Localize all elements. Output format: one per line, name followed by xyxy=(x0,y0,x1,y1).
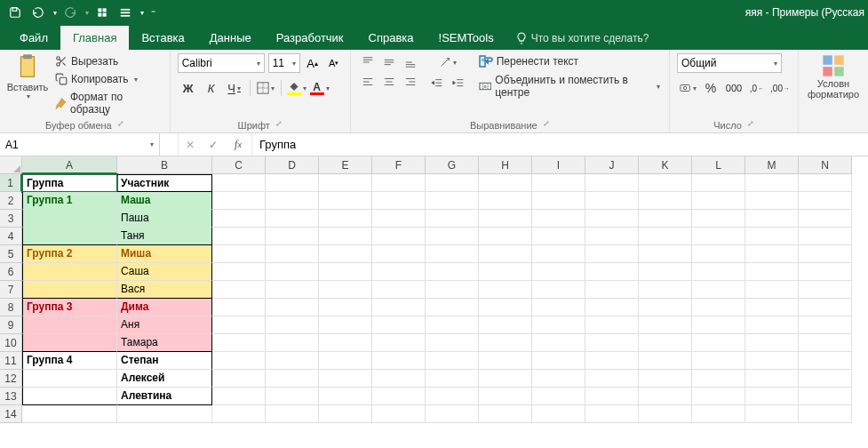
percent-button[interactable]: % xyxy=(700,78,721,98)
cell[interactable] xyxy=(372,388,426,405)
cell[interactable]: Таня xyxy=(117,228,212,245)
cell[interactable]: Вася xyxy=(117,281,212,299)
cell[interactable] xyxy=(426,245,479,263)
cell[interactable] xyxy=(22,263,117,281)
cell[interactable] xyxy=(585,281,639,299)
comma-button[interactable]: 000 xyxy=(723,78,745,98)
cell[interactable] xyxy=(639,405,692,423)
cell[interactable] xyxy=(212,388,266,405)
cell[interactable] xyxy=(745,228,799,245)
qat-customize-icon[interactable]: ⁼ xyxy=(151,8,155,18)
cell[interactable] xyxy=(585,174,639,192)
cell[interactable] xyxy=(799,281,852,299)
row-header[interactable]: 7 xyxy=(0,281,22,299)
cell[interactable] xyxy=(212,228,266,245)
row-header[interactable]: 9 xyxy=(0,316,22,334)
column-header[interactable]: H xyxy=(479,156,532,174)
align-center-icon[interactable] xyxy=(379,73,399,91)
cell[interactable] xyxy=(372,405,426,423)
cell[interactable] xyxy=(479,405,532,423)
cell[interactable] xyxy=(692,299,745,316)
column-header[interactable]: L xyxy=(692,156,745,174)
cell[interactable] xyxy=(426,299,479,316)
tab-semtools[interactable]: !SEMTools xyxy=(426,26,506,50)
cell[interactable] xyxy=(745,388,799,405)
cell[interactable]: Степан xyxy=(117,352,212,370)
cell[interactable] xyxy=(585,370,639,388)
cell[interactable] xyxy=(426,334,479,352)
cell[interactable] xyxy=(585,263,639,281)
column-header[interactable]: I xyxy=(532,156,585,174)
column-header[interactable]: D xyxy=(266,156,319,174)
cell[interactable] xyxy=(212,352,266,370)
cell[interactable] xyxy=(532,334,585,352)
cell[interactable] xyxy=(479,388,532,405)
cell[interactable] xyxy=(639,334,692,352)
cell[interactable] xyxy=(212,299,266,316)
cell[interactable] xyxy=(585,228,639,245)
cell[interactable] xyxy=(692,210,745,228)
cell[interactable] xyxy=(745,174,799,192)
tab-data[interactable]: Данные xyxy=(197,26,264,50)
cell[interactable] xyxy=(22,370,117,388)
column-header[interactable]: F xyxy=(372,156,426,174)
cell[interactable] xyxy=(799,263,852,281)
dialog-launcher-icon[interactable]: ⤢ xyxy=(117,119,124,128)
number-format-combo[interactable]: Общий▾ xyxy=(677,53,782,73)
row-header[interactable]: 3 xyxy=(0,210,22,228)
cell[interactable] xyxy=(372,192,426,210)
cell[interactable] xyxy=(479,370,532,388)
cell[interactable] xyxy=(692,281,745,299)
cell[interactable] xyxy=(319,388,372,405)
cell[interactable] xyxy=(372,334,426,352)
cell[interactable] xyxy=(426,263,479,281)
cell[interactable] xyxy=(639,210,692,228)
cell[interactable] xyxy=(22,281,117,299)
cell[interactable] xyxy=(426,228,479,245)
copy-button[interactable]: Копировать▾ xyxy=(52,71,163,87)
font-name-combo[interactable]: Calibri▾ xyxy=(178,53,265,73)
cell[interactable] xyxy=(799,388,852,405)
cell[interactable] xyxy=(266,370,319,388)
cell[interactable]: Маша xyxy=(117,192,212,210)
align-left-icon[interactable] xyxy=(358,73,378,91)
cell[interactable] xyxy=(479,192,532,210)
underline-button[interactable]: Ч▾ xyxy=(224,78,245,98)
cell[interactable] xyxy=(479,352,532,370)
cell[interactable] xyxy=(319,299,372,316)
decrease-indent-icon[interactable] xyxy=(427,75,447,92)
cell[interactable]: Дима xyxy=(117,299,212,316)
chevron-down-icon[interactable]: ▾ xyxy=(85,9,89,17)
cell[interactable]: Алевтина xyxy=(117,388,212,405)
cell[interactable] xyxy=(266,192,319,210)
cell[interactable] xyxy=(639,228,692,245)
cell[interactable] xyxy=(372,210,426,228)
tab-developer[interactable]: Разработчик xyxy=(264,26,356,50)
cell[interactable] xyxy=(22,334,117,352)
cell[interactable] xyxy=(799,316,852,334)
cell[interactable] xyxy=(692,228,745,245)
cell[interactable] xyxy=(479,334,532,352)
cell[interactable] xyxy=(532,263,585,281)
cell[interactable] xyxy=(692,316,745,334)
cell[interactable] xyxy=(639,370,692,388)
cell[interactable] xyxy=(532,352,585,370)
cell[interactable] xyxy=(372,174,426,192)
wrap-text-button[interactable]: abПеренести текст xyxy=(477,53,662,69)
cell[interactable] xyxy=(532,370,585,388)
column-header[interactable]: B xyxy=(117,156,212,174)
cell[interactable] xyxy=(479,228,532,245)
cell[interactable] xyxy=(319,316,372,334)
cell[interactable] xyxy=(639,388,692,405)
cell[interactable] xyxy=(426,388,479,405)
align-right-icon[interactable] xyxy=(401,73,420,91)
cell[interactable] xyxy=(319,174,372,192)
cell[interactable]: Саша xyxy=(117,263,212,281)
cell[interactable] xyxy=(319,245,372,263)
cell[interactable] xyxy=(212,370,266,388)
cell[interactable] xyxy=(426,192,479,210)
cell[interactable] xyxy=(212,316,266,334)
cell[interactable] xyxy=(799,210,852,228)
insert-function-icon[interactable]: fx xyxy=(225,133,251,156)
cell[interactable]: Группа xyxy=(22,174,117,192)
